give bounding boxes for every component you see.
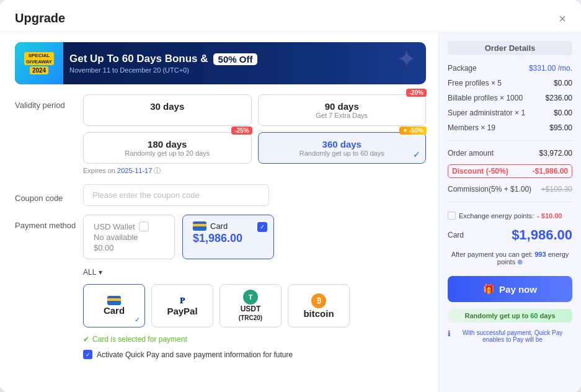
modal-title: Upgrade [15, 11, 65, 25]
card-option-title: Card [193, 221, 264, 231]
main-content: SPECIALGIVEAWAY 2024 Get Up To 60 Days B… [0, 32, 438, 392]
od-super-admin-row: Super administrator × 1 $0.00 [448, 107, 572, 118]
od-order-amount-value: $3,972.00 [539, 149, 572, 158]
payment-selected-note: ✔ Card is selected for payment [83, 335, 426, 344]
od-discount-row: Discount (-50%) -$1,986.00 [448, 164, 572, 178]
expires-date: 2025-11-17 [117, 167, 152, 174]
usd-wallet-option[interactable]: USD Wallet No available $0.00 [83, 215, 175, 259]
check-circle-icon: ✔ [83, 335, 89, 344]
pm-paypal-method[interactable]: 𝐏 PayPal [151, 284, 213, 327]
banner-subtitle: November 11 to December 20 (UTC+0) [69, 66, 189, 74]
discount-badge-360: ✦ -50% [399, 127, 427, 135]
energy-icon: ⊕ [517, 258, 523, 265]
card-payment-option[interactable]: Card $1,986.00 ✓ [182, 215, 274, 259]
pm-paypal-icon: 𝐏 [180, 296, 185, 306]
exchange-energy-row: Exchange energy points: - $10.00 [448, 212, 572, 220]
payment-options: USD Wallet No available $0.00 Card [83, 215, 426, 359]
wallet-checkbox [139, 221, 149, 231]
validity-360-label: 360 days [270, 139, 415, 149]
bonus-days: 60 [530, 312, 538, 319]
validity-30-days[interactable]: 30 days [83, 94, 252, 126]
od-discount-value: -$1,986.00 [533, 167, 568, 176]
card-total-label: Card [448, 231, 464, 239]
payment-top-options: USD Wallet No available $0.00 Card [83, 215, 426, 259]
wallet-amount: $0.00 [94, 243, 164, 252]
pm-usdt-method[interactable]: T USDT(TRC20) [220, 284, 282, 327]
pm-usdt-label: USDT(TRC20) [239, 305, 262, 322]
payment-methods-grid: Card ✓ 𝐏 PayPal T USDT(TRC20) [83, 284, 426, 327]
od-members-row: Members × 19 $95.00 [448, 122, 572, 133]
od-commission-value: +$100.30 [541, 185, 572, 194]
validity-180-days[interactable]: -25% 180 days Randomly get up to 20 days [83, 132, 252, 164]
od-billable-value: $236.00 [546, 94, 572, 102]
card-option-check: ✓ [257, 220, 267, 232]
off-badge: 50% Off [213, 53, 258, 65]
year-badge: 2024 [30, 66, 48, 74]
exchange-checkbox[interactable] [448, 212, 456, 220]
od-divider-1 [448, 140, 572, 141]
discount-badge-90: -20% [406, 89, 427, 97]
od-members-value: $95.00 [549, 123, 572, 132]
payment-label: Payment method [15, 215, 83, 230]
modal-body: SPECIALGIVEAWAY 2024 Get Up To 60 Days B… [0, 32, 581, 392]
order-details-title: Order Details [448, 41, 572, 55]
od-billable-row: Billable profiles × 1000 $236.00 [448, 92, 572, 104]
upgrade-modal: Upgrade × SPECIALGIVEAWAY 2024 Get Up To… [0, 0, 581, 392]
pm-card-label: Card [104, 305, 125, 316]
close-button[interactable]: × [559, 12, 566, 25]
pm-card-checkmark: ✓ [135, 316, 140, 324]
od-free-profiles-row: Free profiles × 5 $0.00 [448, 78, 572, 89]
validity-90-label: 90 days [270, 101, 415, 112]
modal-header: Upgrade × [0, 0, 581, 32]
card-total-amount: $1,986.00 [512, 227, 572, 243]
od-package-value: $331.00 /mo. [529, 64, 572, 73]
validity-90-days[interactable]: -20% 90 days Get 7 Extra Days [258, 94, 427, 126]
pm-card-icon [107, 296, 121, 305]
od-discount-label: Discount (-50%) [452, 167, 508, 176]
energy-count: 993 [534, 251, 546, 258]
od-order-amount-row: Order amount $3,972.00 [448, 148, 572, 159]
validity-options: 30 days -20% 90 days Get 7 Extra Days -2… [83, 94, 426, 176]
pm-card-method[interactable]: Card ✓ [83, 284, 145, 327]
validity-label: Validity period [15, 94, 83, 110]
od-super-admin-value: $0.00 [554, 109, 572, 117]
validity-section: Validity period 30 days -20% 90 days Get… [15, 94, 426, 176]
activate-quick-pay-row: ✓ Activate Quick Pay and save payment in… [83, 350, 426, 359]
pm-paypal-label: PayPal [167, 306, 197, 316]
validity-360-days[interactable]: ✦ -50% 360 days Randomly get up to 60 da… [258, 132, 427, 164]
coupon-input[interactable] [83, 184, 269, 206]
card-icon [193, 221, 206, 231]
pm-bitcoin-label: bitcoin [303, 308, 334, 319]
validity-360-checkmark: ✓ [413, 149, 420, 159]
od-divider-2 [448, 202, 572, 202]
payment-section: Payment method USD Wallet No available $… [15, 215, 426, 359]
od-commission-row: Commission(5% + $1.00) +$100.30 [448, 184, 572, 195]
order-details-sidebar: Order Details Package $331.00 /mo. Free … [438, 32, 581, 392]
card-total-row: Card $1,986.00 [448, 227, 572, 243]
banner-title: Get Up To 60 Days Bonus & 50% Off [69, 53, 257, 65]
banner-main: Get Up To 60 Days Bonus & 50% Off Novemb… [63, 53, 426, 74]
pm-bitcoin-icon: ₿ [311, 293, 326, 308]
validity-grid: 30 days -20% 90 days Get 7 Extra Days -2… [83, 94, 426, 164]
coupon-section: Coupon code [15, 184, 426, 206]
validity-90-extra: Get 7 Extra Days [270, 112, 415, 119]
od-package-row: Package $331.00 /mo. [448, 63, 572, 74]
info-note: ℹ With successful payment, Quick Pay ena… [448, 329, 572, 343]
pay-now-button[interactable]: 🎁 Pay now [448, 276, 572, 302]
validity-30-label: 30 days [95, 101, 240, 112]
card-option-amount: $1,986.00 [193, 232, 264, 245]
gift-icon: 🎁 [483, 283, 495, 295]
bonus-note: Randomly get up to 60 days [448, 309, 572, 323]
chevron-down-icon: ▾ [99, 268, 102, 277]
validity-180-extra: Randomly get up to 20 days [95, 149, 240, 157]
info-icon: ℹ [448, 329, 451, 338]
validity-180-label: 180 days [95, 139, 240, 149]
banner-gift-section: SPECIALGIVEAWAY 2024 [15, 42, 63, 84]
discount-badge-180: -25% [231, 127, 252, 135]
pm-bitcoin-method[interactable]: ₿ bitcoin [288, 284, 350, 327]
exchange-value: - $10.00 [537, 212, 562, 220]
od-free-profiles-value: $0.00 [554, 79, 572, 87]
all-filter[interactable]: ALL ▾ [83, 268, 426, 277]
energy-points-row: After payment you can get: 993 energy po… [448, 251, 572, 266]
quick-pay-checkbox[interactable]: ✓ [83, 350, 92, 359]
